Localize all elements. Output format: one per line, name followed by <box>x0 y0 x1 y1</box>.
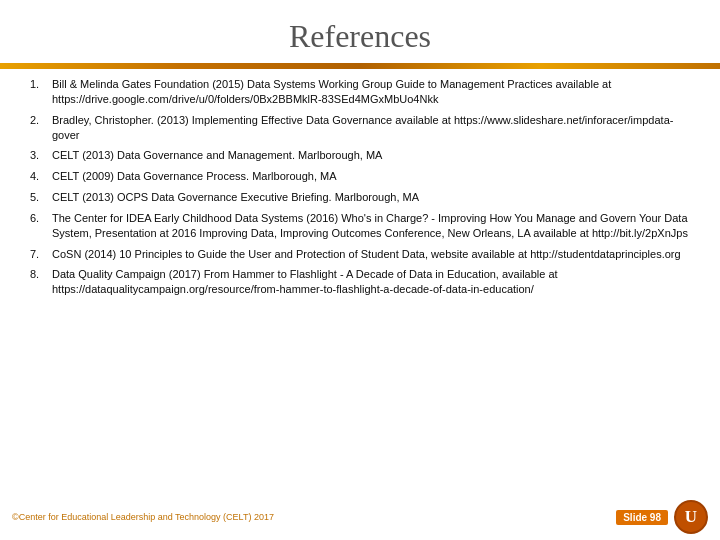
ref-num-8: 8. <box>30 267 52 297</box>
list-item: 1. Bill & Melinda Gates Foundation (2015… <box>30 77 690 107</box>
ref-text-3: CELT (2013) Data Governance and Manageme… <box>52 148 690 163</box>
list-item: 3. CELT (2013) Data Governance and Manag… <box>30 148 690 163</box>
ref-num-1: 1. <box>30 77 52 107</box>
ref-text-4: CELT (2009) Data Governance Process. Mar… <box>52 169 690 184</box>
footer: ©Center for Educational Leadership and T… <box>0 496 720 540</box>
list-item: 2. Bradley, Christopher. (2013) Implemen… <box>30 113 690 143</box>
list-item: 4. CELT (2009) Data Governance Process. … <box>30 169 690 184</box>
ref-num-2: 2. <box>30 113 52 143</box>
ref-text-1: Bill & Melinda Gates Foundation (2015) D… <box>52 77 690 107</box>
ref-num-5: 5. <box>30 190 52 205</box>
footer-right: Slide 98 U <box>616 500 708 534</box>
copyright-text: ©Center for Educational Leadership and T… <box>12 512 274 522</box>
ref-text-5: CELT (2013) OCPS Data Governance Executi… <box>52 190 690 205</box>
ref-num-3: 3. <box>30 148 52 163</box>
ref-text-6: The Center for IDEA Early Childhood Data… <box>52 211 690 241</box>
ref-text-8: Data Quality Campaign (2017) From Hammer… <box>52 267 690 297</box>
page: References 1. Bill & Melinda Gates Found… <box>0 0 720 540</box>
list-item: 8. Data Quality Campaign (2017) From Ham… <box>30 267 690 297</box>
ref-text-2: Bradley, Christopher. (2013) Implementin… <box>52 113 690 143</box>
ref-num-7: 7. <box>30 247 52 262</box>
list-item: 7. CoSN (2014) 10 Principles to Guide th… <box>30 247 690 262</box>
logo-icon: U <box>674 500 708 534</box>
title-area: References <box>0 0 720 63</box>
ref-num-4: 4. <box>30 169 52 184</box>
list-item: 5. CELT (2013) OCPS Data Governance Exec… <box>30 190 690 205</box>
ref-num-6: 6. <box>30 211 52 241</box>
page-title: References <box>289 18 431 54</box>
slide-badge: Slide 98 <box>616 510 668 525</box>
content-area: 1. Bill & Melinda Gates Foundation (2015… <box>0 69 720 496</box>
ref-text-7: CoSN (2014) 10 Principles to Guide the U… <box>52 247 690 262</box>
list-item: 6. The Center for IDEA Early Childhood D… <box>30 211 690 241</box>
